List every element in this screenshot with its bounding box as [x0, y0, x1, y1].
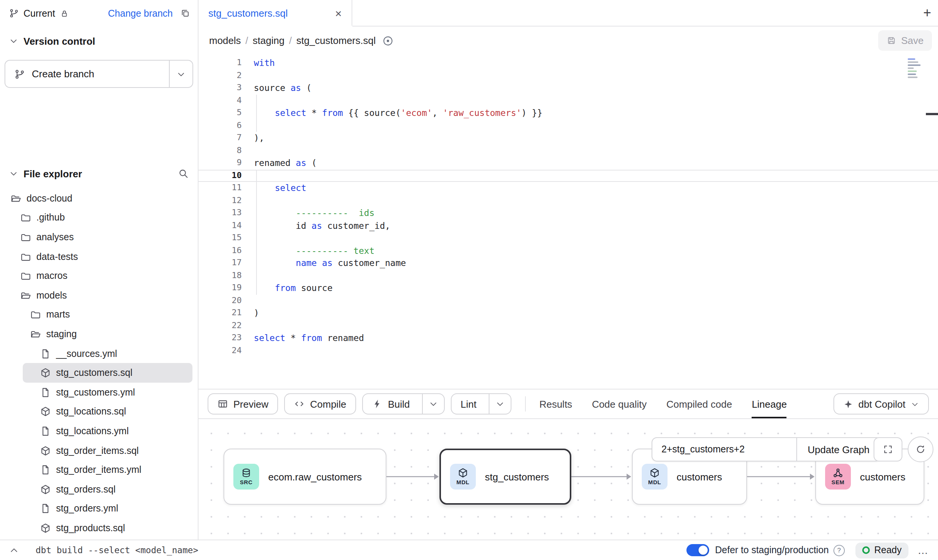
tree-item-docs-cloud[interactable]: docs-cloud	[0, 189, 198, 208]
folder-icon	[20, 213, 31, 223]
new-tab-button[interactable]: +	[923, 0, 931, 26]
line-number: 15	[199, 232, 242, 244]
lineage-edge	[386, 449, 439, 505]
lineage-node-stg_customers-model[interactable]: MDLstg_customers	[439, 449, 571, 505]
tree-item-label: stg_customers.sql	[56, 368, 132, 378]
cube-icon	[649, 468, 660, 478]
line-number: 22	[199, 319, 242, 332]
tree-item-staging[interactable]: staging	[0, 324, 198, 344]
cube-icon	[40, 484, 51, 494]
cube-icon	[40, 368, 51, 378]
code-line-7: 7),	[199, 132, 938, 144]
line-content	[242, 69, 938, 82]
file-icon	[40, 426, 51, 436]
tree-item-label: docs-cloud	[27, 193, 72, 204]
copilot-icon	[843, 399, 853, 409]
code-line-18: 18	[199, 269, 938, 282]
code-editor[interactable]: 1with23source as (45 select * from {{ so…	[199, 55, 938, 389]
tree-item-stg_customers.yml[interactable]: stg_customers.yml	[0, 383, 198, 402]
toggle-knob	[699, 546, 708, 555]
dbt-copilot-button[interactable]: dbt Copilot	[833, 393, 929, 415]
line-content: with	[242, 57, 938, 69]
lineage-node-label: stg_customers	[485, 471, 549, 482]
build-dropdown[interactable]	[422, 394, 444, 414]
code-line-17: 17 name as customer_name	[199, 257, 938, 269]
tab-compiled-code[interactable]: Compiled code	[666, 389, 732, 418]
tab-lineage[interactable]: Lineage	[752, 389, 787, 418]
fullscreen-button[interactable]	[874, 437, 902, 461]
tab-code-quality[interactable]: Code quality	[592, 389, 647, 418]
tree-item-stg_order_items.sql[interactable]: stg_order_items.sql	[0, 441, 198, 460]
compile-button[interactable]: Compile	[285, 393, 356, 415]
defer-toggle[interactable]	[686, 544, 709, 556]
help-icon[interactable]: ?	[833, 544, 845, 556]
save-button[interactable]: Save	[879, 30, 932, 51]
change-branch-link[interactable]: Change branch	[108, 8, 173, 19]
tree-item-macros[interactable]: macros	[0, 266, 198, 286]
line-content: name as customer_name	[242, 257, 938, 269]
lineage-node-ecom.raw_customers-source[interactable]: SRCecom.raw_customers	[224, 449, 386, 505]
line-number: 12	[199, 194, 242, 207]
refresh-button[interactable]	[908, 436, 933, 462]
scrollbar-mark[interactable]	[926, 113, 938, 115]
line-number: 24	[199, 344, 242, 357]
cube-icon	[40, 445, 51, 456]
ready-status-button[interactable]: Ready	[855, 542, 908, 558]
chevron-up-icon[interactable]	[9, 545, 19, 555]
code-icon	[294, 399, 305, 409]
file-tree: docs-cloud.githubanalysesdata-testsmacro…	[0, 189, 198, 538]
create-branch-button[interactable]: Create branch	[5, 60, 193, 88]
breadcrumb-separator: /	[289, 35, 292, 46]
search-icon[interactable]	[178, 168, 189, 179]
lineage-panel: SRCecom.raw_customersMDLstg_customersMDL…	[199, 419, 938, 540]
tree-item-label: stg_locations.sql	[56, 407, 126, 417]
overflow-menu-icon[interactable]: …	[918, 544, 929, 556]
lint-dropdown[interactable]	[489, 394, 511, 414]
build-button[interactable]: Build	[362, 393, 445, 415]
create-branch-dropdown[interactable]	[169, 61, 192, 87]
preview-button[interactable]: Preview	[208, 393, 278, 415]
tree-item-stg_order_items.yml[interactable]: stg_order_items.yml	[0, 460, 198, 480]
command-text: dbt build --select <model_name>	[36, 545, 198, 555]
create-branch-main[interactable]: Create branch	[5, 61, 169, 87]
line-number: 14	[199, 219, 242, 232]
tab-results[interactable]: Results	[539, 389, 572, 418]
code-line-3: 3source as (	[199, 82, 938, 94]
tree-item-models[interactable]: models	[0, 286, 198, 305]
tree-item-stg_locations.yml[interactable]: stg_locations.yml	[0, 421, 198, 441]
tree-item-stg_orders.yml[interactable]: stg_orders.yml	[0, 499, 198, 518]
table-icon	[217, 399, 228, 409]
line-content: ),	[242, 132, 938, 144]
file-explorer-header[interactable]: File explorer	[0, 165, 198, 182]
update-graph-button[interactable]: Update Graph	[796, 438, 880, 461]
copy-icon[interactable]	[180, 8, 190, 18]
folder-open-icon	[20, 290, 31, 301]
version-control-header[interactable]: Version control	[0, 33, 198, 49]
minimap[interactable]	[908, 58, 927, 80]
code-line-9: 9renamed as (	[199, 157, 938, 169]
lineage-selector-input[interactable]: 2+stg_customers+2	[652, 438, 796, 461]
tree-item-analyses[interactable]: analyses	[0, 227, 198, 247]
lint-button[interactable]: Lint	[451, 393, 511, 415]
tree-item-label: stg_order_items.sql	[56, 445, 139, 456]
file-explorer-title: File explorer	[23, 168, 82, 179]
lightning-icon	[372, 399, 383, 409]
tree-item-marts[interactable]: marts	[0, 305, 198, 324]
tree-item-stg_locations.sql[interactable]: stg_locations.sql	[0, 402, 198, 421]
code-line-24: 24	[199, 344, 938, 357]
tree-item-stg_customers.sql[interactable]: stg_customers.sql	[23, 363, 192, 383]
line-number: 17	[199, 257, 242, 269]
line-content: renamed as (	[242, 157, 938, 169]
close-icon[interactable]: ×	[335, 7, 342, 19]
folder-icon	[30, 310, 41, 320]
tree-item-stg_orders.sql[interactable]: stg_orders.sql	[0, 480, 198, 499]
tree-item-data-tests[interactable]: data-tests	[0, 247, 198, 266]
refresh-icon	[915, 444, 926, 455]
code-line-22: 22	[199, 319, 938, 332]
tab-stg-customers-sql[interactable]: stg_customers.sql ×	[199, 0, 352, 26]
tree-item-stg_products.sql[interactable]: stg_products.sql	[0, 518, 198, 538]
tree-item-__sources.yml[interactable]: __sources.yml	[0, 344, 198, 363]
chevron-down-icon	[9, 169, 18, 178]
editor-tabbar: stg_customers.sql × +	[199, 0, 938, 27]
tree-item-.github[interactable]: .github	[0, 208, 198, 227]
